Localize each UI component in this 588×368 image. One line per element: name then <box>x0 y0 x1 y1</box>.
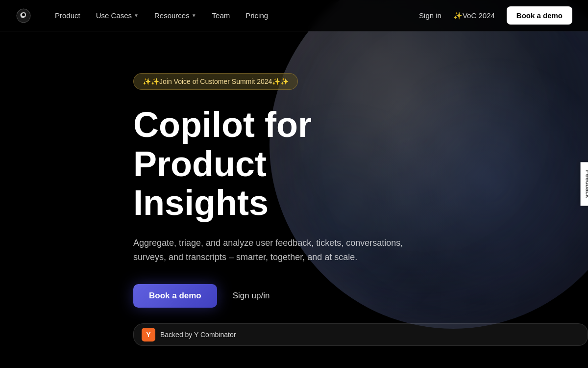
hero-title: Copilot for Product Insights <box>133 105 437 222</box>
sign-in-link[interactable]: Sign in <box>419 11 441 20</box>
yc-badge[interactable]: Y Backed by Y Combinator <box>133 323 588 346</box>
nav-resources[interactable]: Resources ▼ <box>154 11 196 20</box>
nav-product[interactable]: Product <box>55 11 80 20</box>
logo[interactable] <box>16 8 31 24</box>
hero-book-demo-button[interactable]: Book a demo <box>133 284 217 308</box>
yc-logo-icon: Y <box>142 328 155 342</box>
svg-point-1 <box>22 13 25 16</box>
voc-link[interactable]: ✨VoC 2024 <box>453 11 495 20</box>
hero-content: ✨✨Join Voice of Customer Summit 2024✨✨ C… <box>0 31 588 368</box>
nav-pricing[interactable]: Pricing <box>245 11 268 20</box>
use-cases-chevron-icon: ▼ <box>134 13 139 18</box>
nav-book-demo-button[interactable]: Book a demo <box>507 6 572 25</box>
navbar: Product Use Cases ▼ Resources ▼ Team Pri… <box>0 0 588 31</box>
yc-text: Backed by Y Combinator <box>160 331 236 339</box>
resources-chevron-icon: ▼ <box>192 13 196 18</box>
sign-up-link[interactable]: Sign up/in <box>233 291 270 301</box>
hero-actions: Book a demo Sign up/in <box>133 284 588 308</box>
nav-use-cases[interactable]: Use Cases ▼ <box>96 11 139 20</box>
summit-badge[interactable]: ✨✨Join Voice of Customer Summit 2024✨✨ <box>133 73 298 90</box>
nav-team[interactable]: Team <box>212 11 230 20</box>
feedback-button[interactable]: Feedback <box>581 162 588 206</box>
hero-subtitle: Aggregate, triage, and analyze user feed… <box>133 236 427 264</box>
nav-actions: Sign in ✨VoC 2024 Book a demo <box>419 6 572 25</box>
nav-links: Product Use Cases ▼ Resources ▼ Team Pri… <box>55 11 419 20</box>
